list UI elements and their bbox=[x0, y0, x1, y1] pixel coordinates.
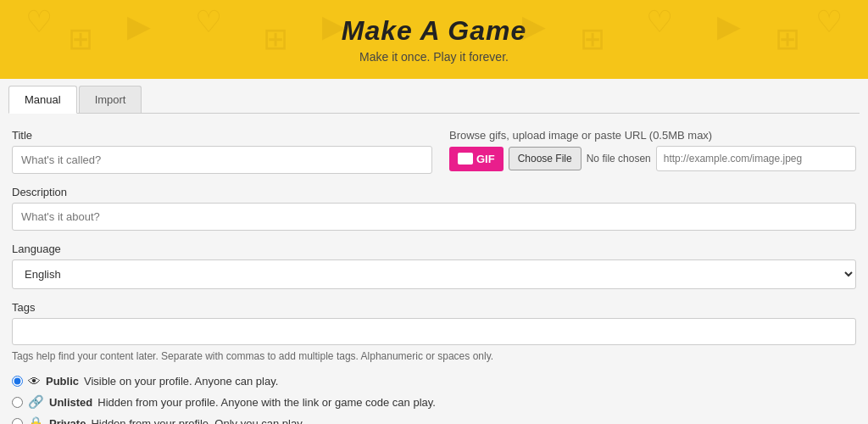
visibility-unlisted-option: 🔗 Unlisted Hidden from your profile. Any… bbox=[12, 394, 856, 410]
visibility-section: 👁 Public Visible on your profile. Anyone… bbox=[12, 374, 856, 424]
browse-section: Browse gifs, upload image or paste URL (… bbox=[449, 129, 856, 171]
title-input[interactable] bbox=[12, 146, 432, 174]
title-section: Title bbox=[12, 129, 432, 174]
tags-hint: Tags help find your content later. Separ… bbox=[12, 350, 856, 362]
unlisted-icon: 🔗 bbox=[28, 394, 44, 410]
title-browse-row: Title Browse gifs, upload image or paste… bbox=[12, 129, 856, 174]
tags-label: Tags bbox=[12, 301, 856, 314]
language-section: Language English Spanish French German I… bbox=[12, 243, 856, 289]
visibility-private-option: 🔒 Private Hidden from your profile. Only… bbox=[12, 416, 856, 424]
page-title: Make A Game bbox=[17, 15, 851, 47]
gif-button[interactable]: GIF bbox=[449, 147, 504, 171]
file-chosen-status: No file chosen bbox=[587, 153, 651, 165]
public-icon: 👁 bbox=[28, 374, 41, 388]
tags-input[interactable] bbox=[12, 318, 856, 345]
unlisted-label: Unlisted bbox=[49, 396, 92, 409]
image-icon bbox=[458, 153, 473, 165]
private-description: Hidden from your profile. Only you can p… bbox=[91, 417, 304, 425]
description-section: Description bbox=[12, 186, 856, 231]
description-input[interactable] bbox=[12, 203, 856, 231]
main-content: Manual Import Title Browse gifs, upload … bbox=[0, 79, 868, 424]
language-select[interactable]: English Spanish French German Italian Po… bbox=[12, 259, 856, 289]
private-label: Private bbox=[49, 417, 86, 425]
unlisted-description: Hidden from your profile. Anyone with th… bbox=[97, 396, 436, 409]
image-url-input[interactable] bbox=[656, 146, 856, 171]
visibility-public-radio[interactable] bbox=[12, 376, 23, 387]
visibility-public-option: 👁 Public Visible on your profile. Anyone… bbox=[12, 374, 856, 388]
page-header: ♡ ⊞ ▶ ♡ ⊞ ▶ ♡ ⊞ ▶ ♡ ⊞ ▶ Make A Game Make… bbox=[0, 0, 868, 79]
browse-label: Browse gifs, upload image or paste URL (… bbox=[449, 129, 856, 142]
private-icon: 🔒 bbox=[28, 416, 44, 424]
gif-button-label: GIF bbox=[476, 153, 495, 165]
choose-file-button[interactable]: Choose File bbox=[509, 147, 581, 170]
tags-section: Tags bbox=[12, 301, 856, 345]
visibility-unlisted-radio[interactable] bbox=[12, 397, 23, 408]
public-label: Public bbox=[46, 375, 79, 388]
visibility-private-radio[interactable] bbox=[12, 418, 23, 425]
tab-manual[interactable]: Manual bbox=[8, 86, 77, 114]
title-label: Title bbox=[12, 129, 432, 142]
page-subtitle: Make it once. Play it forever. bbox=[17, 50, 851, 64]
description-label: Description bbox=[12, 186, 856, 198]
language-label: Language bbox=[12, 243, 856, 255]
browse-controls: GIF Choose File No file chosen bbox=[449, 146, 856, 171]
tab-bar: Manual Import bbox=[8, 79, 860, 114]
form-body: Title Browse gifs, upload image or paste… bbox=[8, 129, 860, 424]
tab-import[interactable]: Import bbox=[79, 86, 142, 113]
public-description: Visible on your profile. Anyone can play… bbox=[84, 375, 278, 388]
